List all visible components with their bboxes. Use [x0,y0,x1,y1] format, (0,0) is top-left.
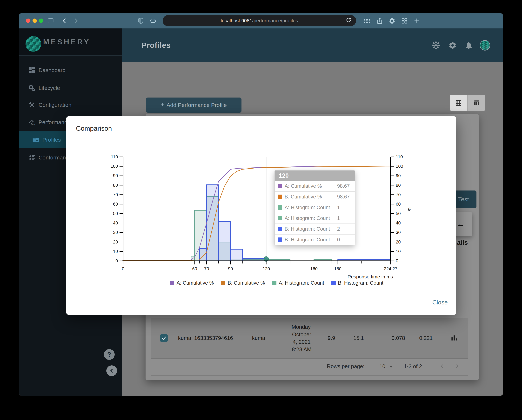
legend-item[interactable]: B: Histogram: Count [331,280,383,286]
collapse-sidebar-button[interactable] [106,365,117,376]
view-toggle [450,95,485,111]
gear-icon[interactable] [448,41,457,50]
legend-item[interactable]: A: Cumulative % [170,280,214,286]
svg-text:30: 30 [113,230,118,235]
chevron-left-icon [108,368,115,374]
new-tab-icon[interactable] [413,17,421,25]
sidebar-item-lifecycle[interactable]: Lifecycle [19,80,122,96]
close-window-button[interactable] [26,19,30,23]
url-bar[interactable]: localhost:9081/performance/profiles [163,15,356,26]
tooltip-row: B: Histogram: Count2 [275,224,355,234]
svg-text:40: 40 [113,221,118,225]
pagination-range: 1-2 of 2 [404,363,422,369]
legend-item[interactable]: A: Histogram: Count [272,280,324,286]
row-mesh: kuma [252,335,265,341]
meshery-logo-icon[interactable] [25,36,41,52]
tooltip-swatch [278,216,282,220]
svg-text:10: 10 [396,249,401,254]
back-icon[interactable] [61,17,69,25]
comparison-dialog: Comparison 00101020203030404050506060707… [66,116,456,315]
test-button-label: Test [458,196,469,203]
svg-text:70: 70 [204,266,209,271]
svg-text:30: 30 [396,230,401,235]
legend-label: A: Histogram: Count [279,280,324,286]
sidebar-item-dashboard[interactable]: Dashboard [19,62,122,78]
sidebar-toggle-icon[interactable] [47,17,54,25]
help-glyph: ? [107,351,111,358]
svg-text:SMP: SMP [31,124,35,126]
lifecycle-icon [28,84,36,92]
avatar[interactable] [480,40,490,51]
svg-text:70: 70 [396,192,401,197]
page-header: Profiles [122,29,503,62]
grid-view-button[interactable] [450,95,467,111]
tooltip-label: A: Histogram: Count [284,213,334,224]
row-qps: 9.9 [328,335,335,341]
help-button[interactable]: ? [104,349,115,360]
tooltip-label: A: Cumulative % [284,181,334,191]
row-p99: 0.221 [419,335,433,341]
chart-tooltip: 120 A: Cumulative %98.67B: Cumulative %9… [275,170,355,245]
table-view-button[interactable] [467,95,485,111]
sidebar-item-configuration[interactable]: Configuration [19,97,122,113]
caret-down-icon[interactable] [390,366,393,368]
sidebar-item-label: Configuration [38,102,71,108]
tooltip-row: B: Cumulative %98.67 [275,192,355,202]
browser-window: localhost:9081/performance/profiles [19,13,503,396]
tab-overview-icon[interactable] [400,17,408,25]
forward-icon[interactable] [72,17,80,25]
grid-view-icon [455,99,462,106]
gear-icon[interactable] [388,17,396,25]
add-performance-profile-button[interactable]: + Add Performance Profile [146,98,241,113]
tooltip-value: 0 [334,234,355,245]
legend-label: B: Cumulative % [228,280,265,286]
table-row[interactable]: kuma_1633353794616 kuma Monday, October … [151,318,468,359]
svg-text:100: 100 [396,164,403,169]
svg-text:224.27: 224.27 [384,266,398,271]
tooltip-value: 1 [334,213,355,224]
bell-icon[interactable] [465,41,473,50]
svg-text:90: 90 [113,173,118,178]
svg-text:10: 10 [113,249,118,254]
next-page-button[interactable]: › [456,361,458,370]
svg-text:110: 110 [396,154,403,159]
tooltip-row: A: Cumulative %98.67 [275,181,355,192]
close-button[interactable]: Close [432,299,448,306]
dashboard-icon [28,66,36,74]
svg-text:100: 100 [111,164,118,169]
hub-icon[interactable] [432,41,440,50]
pagination: Rows per page: 10 1-2 of 2 ‹ › [151,358,468,376]
legend-swatch [170,281,174,285]
tooltip-label: B: Histogram: Count [284,224,334,234]
row-checkbox[interactable] [160,334,168,342]
share-icon[interactable] [376,17,384,25]
legend-item[interactable]: B: Cumulative % [221,280,265,286]
sidebar-item-label: Lifecycle [38,85,60,91]
tooltip-value: 2 [334,224,355,234]
tooltip-header: 120 [275,171,355,181]
svg-text:40: 40 [396,221,401,225]
bar-chart-icon[interactable] [450,334,458,342]
legend-swatch [331,281,336,285]
tooltip-swatch [278,227,282,231]
conformance-icon [28,154,36,161]
svg-text:80: 80 [396,183,401,188]
grid-dots-icon[interactable] [363,17,371,25]
reload-icon[interactable] [345,17,353,24]
shield-icon[interactable] [137,17,145,25]
rows-per-page-select[interactable]: 10 [379,363,385,369]
zoom-window-button[interactable] [39,19,43,23]
prev-page-button[interactable]: ‹ [441,361,444,370]
performance-icon: SMP [28,119,36,126]
back-arrow-icon[interactable]: ← [457,220,464,229]
chart-legend: A: Cumulative %B: Cumulative %A: Histogr… [82,280,472,286]
tooltip-row: B: Histogram: Count0 [275,234,355,245]
minimize-window-button[interactable] [32,19,37,23]
svg-text:70: 70 [113,192,118,197]
url-host: localhost:9081 [221,18,252,23]
svg-text:180: 180 [334,266,341,271]
tooltip-value: 98.67 [334,181,355,191]
svg-text:50: 50 [113,211,118,216]
legend-swatch [221,281,225,285]
cloud-icon[interactable] [149,17,157,25]
